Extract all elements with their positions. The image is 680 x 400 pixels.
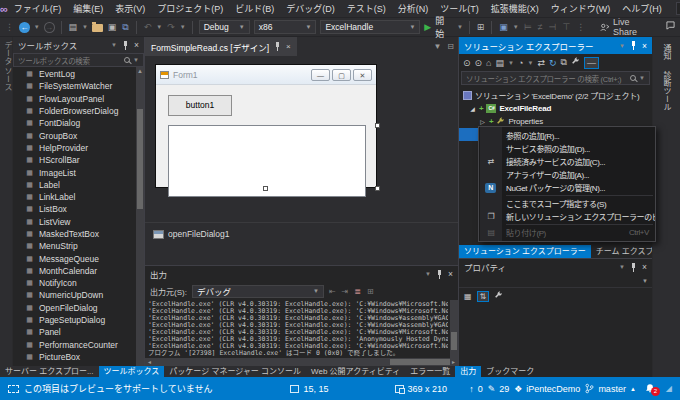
- menu-item-7[interactable]: 分析(N): [392, 0, 435, 18]
- context-menu-item-3[interactable]: アナライザーの追加(A)...: [479, 168, 655, 181]
- menu-item-11[interactable]: ヘルプ(H): [616, 0, 668, 18]
- scrollbar-thumb[interactable]: [390, 359, 450, 365]
- toolbox-item-PictureBox[interactable]: ▦PictureBox: [13, 351, 144, 363]
- make-same-size-icon[interactable]: ⋮: [575, 19, 586, 36]
- tree-item-project[interactable]: ◢ + C# ExcelFileRead: [459, 102, 652, 115]
- solution-explorer-header[interactable]: ソリューション エクスプローラー ▼ ×: [459, 37, 652, 54]
- tree-item-solution[interactable]: ソリューション 'ExcelDemo' (2/2 プロジェクト): [459, 89, 652, 102]
- resize-handle-bottom[interactable]: [263, 186, 268, 191]
- toolbox-item-FolderBrowserDialog[interactable]: ▦FolderBrowserDialog: [13, 105, 144, 117]
- pending-edits-button[interactable]: ✎ 29: [488, 384, 510, 394]
- toolbar-grip[interactable]: ⋮: [4, 19, 15, 36]
- toolbox-item-FontDialog[interactable]: ▦FontDialog: [13, 117, 144, 129]
- window-position-icon[interactable]: ▼: [619, 43, 625, 49]
- window-position-icon[interactable]: ▼: [111, 42, 117, 48]
- form-body[interactable]: button1: [156, 85, 376, 187]
- menu-item-9[interactable]: 拡張機能(X): [485, 0, 545, 18]
- open-file-icon[interactable]: [92, 24, 103, 32]
- branch-button[interactable]: master ▲: [585, 383, 635, 394]
- align-rights-icon[interactable]: ⊣: [548, 19, 558, 36]
- live-share-button[interactable]: Live Share: [600, 17, 655, 37]
- goto-next-icon[interactable]: ⇥: [342, 287, 349, 296]
- toolbox-item-MessageQueue[interactable]: ▦MessageQueue: [13, 252, 144, 264]
- close-icon[interactable]: ×: [642, 41, 647, 51]
- context-menu-item-7[interactable]: ❐新しいソリューション エクスプローラーのビュー(N): [479, 210, 655, 223]
- scroll-up-icon[interactable]: ▲: [136, 67, 144, 75]
- menu-item-10[interactable]: ウィンドウ(W): [545, 0, 617, 18]
- align-centers-icon[interactable]: ≠: [537, 19, 544, 36]
- component-tray-item[interactable]: openFileDialog1: [168, 229, 229, 239]
- solution-configuration-combo[interactable]: Debug▼: [199, 20, 250, 34]
- pin-icon[interactable]: [630, 41, 637, 50]
- redo-icon[interactable]: ↷: [166, 19, 176, 36]
- explorer-tab-0[interactable]: ソリューション エクスプローラー: [459, 245, 591, 258]
- forms-designer-surface[interactable]: Form1 — ▢ ✕ button1 openFileDialog1: [145, 56, 458, 265]
- resize-grip[interactable]: ◢: [666, 384, 672, 393]
- context-menu-item-1[interactable]: サービス参照の追加(D)...: [479, 142, 655, 155]
- undo-icon[interactable]: ↶: [143, 19, 153, 36]
- show-all-files-icon[interactable]: [571, 57, 580, 68]
- window-list-icon[interactable]: ⊟: [447, 42, 454, 51]
- toolbox-item-MaskedTextBox[interactable]: ▦MaskedTextBox: [13, 228, 144, 240]
- pending-changes-filter-icon[interactable]: ◔: [518, 58, 523, 68]
- window-position-icon[interactable]: ▼: [619, 264, 625, 270]
- close-icon[interactable]: ×: [286, 42, 291, 51]
- chevron-down-icon[interactable]: ▼: [508, 60, 514, 66]
- resize-handle-corner[interactable]: [375, 186, 380, 191]
- panel-tab-0[interactable]: サーバー エクスプロー...: [0, 366, 99, 377]
- close-icon[interactable]: ×: [642, 262, 647, 272]
- output-tab-0[interactable]: パッケージ マネージャー コンソール: [164, 366, 306, 377]
- notifications-button[interactable]: 2: [645, 383, 655, 394]
- output-tab-3[interactable]: 出力: [455, 366, 481, 377]
- toolbox-item-FileSystemWatcher[interactable]: ▦FileSystemWatcher: [13, 80, 144, 92]
- output-tab-1[interactable]: Web 公開アクティビティ: [306, 366, 405, 377]
- outgoing-commits-button[interactable]: ↑ 0: [469, 384, 483, 394]
- solution-platform-combo[interactable]: x86▼: [254, 20, 317, 34]
- forward-icon[interactable]: ⊙: [475, 58, 483, 68]
- menu-item-1[interactable]: 編集(E): [67, 0, 109, 18]
- back-icon[interactable]: ⊙: [463, 58, 471, 68]
- find-in-files-icon[interactable]: ▣: [498, 19, 509, 36]
- toolbox-item-MonthCalendar[interactable]: ▦MonthCalendar: [13, 265, 144, 277]
- context-menu-item-6[interactable]: ここまでスコープ指定する(S): [479, 197, 655, 210]
- menu-item-2[interactable]: 表示(V): [109, 0, 151, 18]
- new-project-icon[interactable]: ▤: [67, 19, 78, 36]
- new-project-dropdown-icon[interactable]: ▼: [82, 24, 88, 30]
- scrollbar-thumb[interactable]: [451, 332, 457, 351]
- properties-header[interactable]: プロパティ ▼ ×: [459, 259, 652, 275]
- chevron-down-icon[interactable]: ▼: [527, 60, 533, 66]
- categorized-icon[interactable]: ▦: [464, 292, 472, 301]
- switch-views-icon[interactable]: ▤: [496, 58, 505, 68]
- toolbox-item-HelpProvider[interactable]: ▦HelpProvider: [13, 142, 144, 154]
- panel-tab-1[interactable]: ツールボックス: [99, 366, 165, 377]
- output-header[interactable]: 出力 ▼ ×: [145, 266, 458, 282]
- menu-item-6[interactable]: テスト(S): [341, 0, 392, 18]
- pin-icon[interactable]: [630, 263, 637, 272]
- properties-object-combo[interactable]: ▼: [459, 275, 652, 288]
- close-icon[interactable]: ×: [134, 40, 139, 50]
- output-tab-2[interactable]: エラー一覧: [405, 366, 455, 377]
- solution-explorer-search-input[interactable]: ソリューション エクスプローラー の検索 (Ctrl+;) ▼: [461, 71, 650, 85]
- right-vertical-tab-0[interactable]: 通知: [659, 40, 674, 64]
- scroll-left-icon[interactable]: ◄: [147, 359, 152, 365]
- context-menu-item-0[interactable]: 参照の追加(R)...: [479, 129, 655, 142]
- toolbox-item-Panel[interactable]: ▦Panel: [13, 326, 144, 338]
- collapse-all-icon[interactable]: ⧉: [560, 57, 566, 68]
- startup-project-combo[interactable]: ExcelHandle▼: [320, 20, 420, 34]
- toolbox-item-ImageList[interactable]: ▦ImageList: [13, 166, 144, 178]
- clear-all-icon[interactable]: ≣: [354, 287, 361, 296]
- save-all-icon[interactable]: ⧉: [121, 19, 129, 36]
- align-tops-icon[interactable]: ⊤: [561, 19, 571, 36]
- toolbox-item-LinkLabel[interactable]: ▦LinkLabel: [13, 191, 144, 203]
- close-icon[interactable]: ×: [448, 269, 453, 279]
- toolbox-item-NotifyIcon[interactable]: ▦NotifyIcon: [13, 277, 144, 289]
- right-vertical-tab-1[interactable]: 診断ツール: [659, 67, 674, 115]
- output-source-combo[interactable]: デバッグ▼: [192, 285, 324, 298]
- scroll-right-icon[interactable]: ►: [451, 359, 456, 365]
- pin-icon[interactable]: [122, 41, 129, 50]
- toolbox-item-ListView[interactable]: ▦ListView: [13, 216, 144, 228]
- scrollbar-thumb[interactable]: [137, 109, 143, 209]
- output-horizontal-scrollbar[interactable]: ◄ ►: [145, 358, 458, 366]
- window-position-icon[interactable]: ▼: [425, 271, 431, 277]
- toolbox-header[interactable]: ツールボックス ▼ ×: [13, 37, 144, 53]
